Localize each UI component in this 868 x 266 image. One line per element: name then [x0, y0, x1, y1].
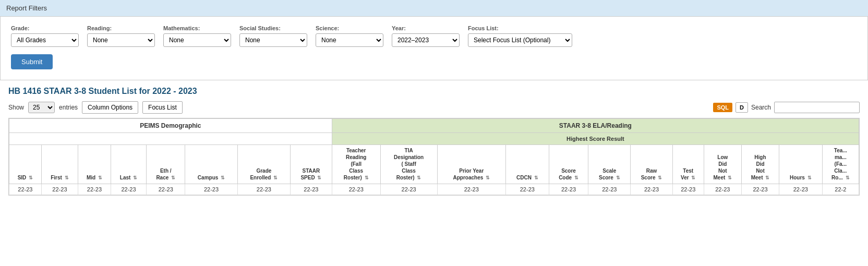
- focus-list-select[interactable]: Select Focus List (Optional): [468, 33, 572, 47]
- group-header-row: PEIMS Demographic STAAR 3-8 ELA/Reading: [9, 119, 859, 133]
- sort-icon-scale-score: ⇅: [616, 175, 620, 182]
- sort-icon-teacher-reading: ⇅: [365, 175, 369, 182]
- sort-icon-last: ⇅: [133, 175, 137, 182]
- table-row: 22-23 22-23 22-23 22-23 22-23 22-23 22-2…: [9, 184, 859, 195]
- cell-cdcn: 22-23: [506, 184, 549, 195]
- sort-icon-score-code: ⇅: [574, 175, 578, 182]
- subgroup-blank: [9, 133, 332, 145]
- d-button[interactable]: D: [736, 102, 748, 113]
- submit-row: Submit: [11, 54, 857, 69]
- col-campus[interactable]: Campus ⇅: [185, 145, 237, 184]
- science-label: Science:: [316, 25, 383, 31]
- cell-low-dnm: 22-23: [704, 184, 741, 195]
- cell-test-ver: 22-23: [672, 184, 704, 195]
- cell-high-dnm: 22-23: [741, 184, 779, 195]
- data-table-wrapper: PEIMS Demographic STAAR 3-8 ELA/Reading …: [8, 118, 860, 196]
- filters-content: Grade: All Grades 345 678 Reading: NoneR…: [0, 16, 868, 80]
- entries-select[interactable]: 251050100: [28, 102, 55, 113]
- col-teacher-reading[interactable]: TeacherReading(FallClassRoster) ⇅: [332, 145, 380, 184]
- cell-teacher-reading: 22-23: [332, 184, 380, 195]
- reading-label: Reading:: [87, 25, 155, 31]
- social-studies-filter-group: Social Studies: NoneSocial Studies: [239, 25, 307, 47]
- science-filter-group: Science: NoneScience: [316, 25, 383, 47]
- sort-icon-test-ver: ⇅: [691, 175, 695, 182]
- sort-icon-staar-sped: ⇅: [317, 175, 321, 182]
- cell-grade-enrolled: 22-23: [237, 184, 290, 195]
- col-last[interactable]: Last ⇅: [111, 145, 146, 184]
- cell-prior-year: 22-23: [437, 184, 506, 195]
- sort-icon-tea: ⇅: [846, 175, 850, 182]
- subgroup-header-row: Highest Score Result: [9, 133, 859, 145]
- sort-icon-tia-designation: ⇅: [417, 175, 421, 182]
- reading-select[interactable]: NoneReadingELA: [87, 33, 155, 47]
- sort-icon-mid: ⇅: [98, 175, 102, 182]
- cell-tea: 22-2: [822, 184, 859, 195]
- col-hours[interactable]: Hours ⇅: [779, 145, 823, 184]
- focus-list-filter-group: Focus List: Select Focus List (Optional): [468, 25, 572, 47]
- sort-icon-sid: ⇅: [29, 175, 33, 182]
- focus-list-button[interactable]: Focus List: [142, 101, 183, 114]
- year-filter-group: Year: 2022–20232021–20222020–2021: [392, 25, 460, 47]
- col-grade-enrolled[interactable]: GradeEnrolled ⇅: [237, 145, 290, 184]
- science-select[interactable]: NoneScience: [316, 33, 383, 47]
- col-high-did-not-meet[interactable]: HighDidNotMeet ⇅: [741, 145, 779, 184]
- grade-filter-group: Grade: All Grades 345 678: [11, 25, 79, 47]
- filters-row: Grade: All Grades 345 678 Reading: NoneR…: [11, 25, 857, 47]
- show-label: Show: [8, 104, 24, 111]
- col-header-row: SID ⇅ First ⇅ Mid ⇅ Last ⇅ Eth /Race ⇅ C…: [9, 145, 859, 184]
- col-sid[interactable]: SID ⇅: [9, 145, 42, 184]
- report-filters-bar: Report Filters: [0, 0, 868, 16]
- col-tea[interactable]: Tea...ma...(Fa...Cla...Ro... ⇅: [822, 145, 859, 184]
- sort-icon-cdcn: ⇅: [534, 175, 538, 182]
- mathematics-filter-group: Mathematics: NoneMathematics: [163, 25, 231, 47]
- sort-icon-high-did-not-meet: ⇅: [765, 175, 769, 182]
- grade-select[interactable]: All Grades 345 678: [11, 33, 79, 47]
- sort-icon-eth-race: ⇅: [171, 175, 175, 182]
- cell-tia-designation: 22-23: [380, 184, 437, 195]
- cell-campus: 22-23: [185, 184, 237, 195]
- sort-icon-grade-enrolled: ⇅: [273, 175, 278, 182]
- focus-list-label: Focus List:: [468, 25, 572, 31]
- col-raw-score[interactable]: RawScore ⇅: [631, 145, 673, 184]
- cell-staar-sped: 22-23: [291, 184, 332, 195]
- cell-last: 22-23: [111, 184, 146, 195]
- submit-button[interactable]: Submit: [11, 54, 53, 69]
- cell-raw-score: 22-23: [631, 184, 673, 195]
- data-table: PEIMS Demographic STAAR 3-8 ELA/Reading …: [9, 118, 859, 195]
- group-header-peims: PEIMS Demographic: [9, 119, 332, 133]
- col-cdcn[interactable]: CDCN ⇅: [506, 145, 549, 184]
- sort-icon-hours: ⇅: [807, 175, 812, 182]
- col-score-code[interactable]: ScoreCode ⇅: [549, 145, 588, 184]
- social-studies-select[interactable]: NoneSocial Studies: [239, 33, 307, 47]
- grade-label: Grade:: [11, 25, 79, 31]
- social-studies-label: Social Studies:: [239, 25, 307, 31]
- table-section: HB 1416 STAAR 3-8 Student List for 2022 …: [0, 80, 868, 202]
- search-label: Search: [751, 104, 771, 111]
- col-staar-sped[interactable]: STAARSPED ⇅: [291, 145, 332, 184]
- sql-button[interactable]: SQL: [713, 103, 732, 112]
- table-title: HB 1416 STAAR 3-8 Student List for 2022 …: [8, 87, 860, 96]
- reading-filter-group: Reading: NoneReadingELA: [87, 25, 155, 47]
- sort-icon-raw-score: ⇅: [658, 175, 662, 182]
- col-mid[interactable]: Mid ⇅: [78, 145, 111, 184]
- col-tia-designation[interactable]: TIADesignation( StaffClassRoster) ⇅: [380, 145, 437, 184]
- mathematics-label: Mathematics:: [163, 25, 231, 31]
- year-select[interactable]: 2022–20232021–20222020–2021: [392, 33, 460, 47]
- search-input[interactable]: [774, 102, 860, 113]
- col-first[interactable]: First ⇅: [41, 145, 78, 184]
- column-options-button[interactable]: Column Options: [82, 101, 138, 114]
- year-label: Year:: [392, 25, 460, 31]
- table-controls: Show 251050100 entries Column Options Fo…: [8, 101, 860, 114]
- subgroup-highest: Highest Score Result: [332, 133, 859, 145]
- col-low-did-not-meet[interactable]: LowDidNotMeet ⇅: [704, 145, 741, 184]
- col-prior-year[interactable]: Prior YearApproaches ⇅: [437, 145, 506, 184]
- col-test-ver[interactable]: TestVer ⇅: [672, 145, 704, 184]
- group-header-staar: STAAR 3-8 ELA/Reading: [332, 119, 859, 133]
- col-eth-race[interactable]: Eth /Race ⇅: [147, 145, 185, 184]
- cell-sid: 22-23: [9, 184, 42, 195]
- cell-first: 22-23: [41, 184, 78, 195]
- table-controls-right: SQL D Search: [713, 102, 860, 113]
- mathematics-select[interactable]: NoneMathematics: [163, 33, 231, 47]
- cell-hours: 22-23: [779, 184, 823, 195]
- col-scale-score[interactable]: ScaleScore ⇅: [588, 145, 631, 184]
